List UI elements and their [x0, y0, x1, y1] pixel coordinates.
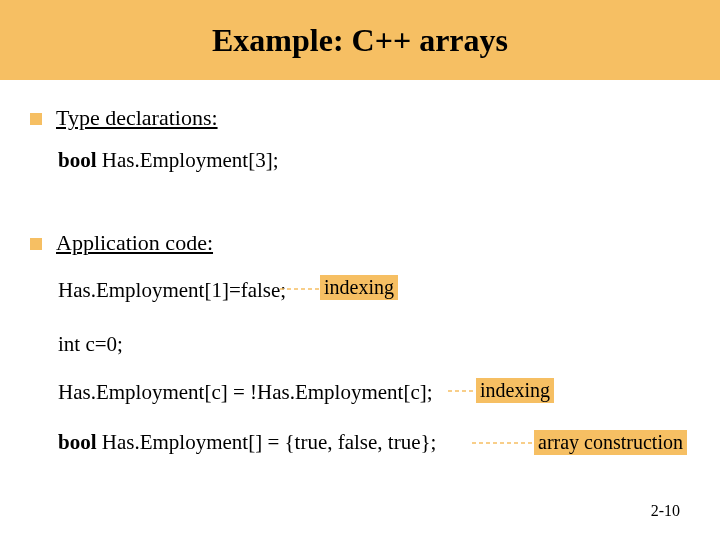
- badge-indexing: indexing: [476, 378, 554, 403]
- connector-line: [448, 388, 476, 394]
- code-assign: Has.Employment[1]=false;: [58, 278, 286, 303]
- badge-indexing: indexing: [320, 275, 398, 300]
- bullet-marker-icon: [30, 113, 42, 125]
- slide-title: Example: C++ arrays: [212, 22, 508, 59]
- bullet-label: Application code:: [56, 230, 213, 256]
- slide-number: 2-10: [651, 502, 680, 520]
- bullet-label: Type declarations:: [56, 105, 218, 131]
- code-text: Has.Employment[] = {true, false, true};: [102, 430, 437, 454]
- title-band: Example: C++ arrays: [0, 0, 720, 80]
- slide: Example: C++ arrays Type declarations: b…: [0, 0, 720, 540]
- code-negate: Has.Employment[c] = !Has.Employment[c];: [58, 380, 433, 405]
- badge-array-construction: array construction: [534, 430, 687, 455]
- bullet-application-code: Application code:: [30, 230, 213, 256]
- bullet-type-declarations: Type declarations:: [30, 105, 218, 131]
- code-declaration: bool Has.Employment[3];: [58, 148, 278, 173]
- code-init: bool Has.Employment[] = {true, false, tr…: [58, 430, 436, 455]
- code-text: Has.Employment[3];: [102, 148, 279, 172]
- connector-line: [472, 440, 534, 446]
- code-intc: int c=0;: [58, 332, 123, 357]
- bullet-marker-icon: [30, 238, 42, 250]
